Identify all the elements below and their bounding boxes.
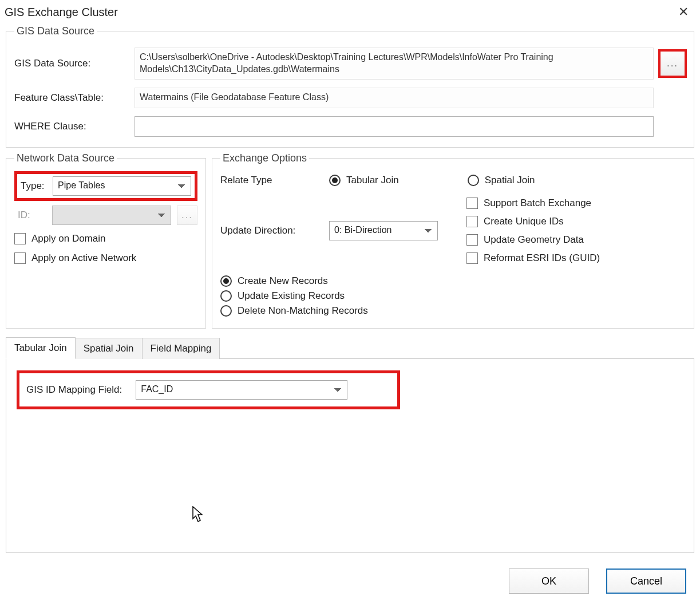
tab-tabular-join[interactable]: Tabular Join <box>6 337 76 359</box>
gis-data-source-value[interactable]: C:\Users\solberk\OneDrive - Autodesk\Des… <box>135 48 654 80</box>
create-unique-ids-label: Create Unique IDs <box>484 216 564 227</box>
where-clause-input[interactable] <box>135 116 654 137</box>
exchange-options-legend: Exchange Options <box>220 152 309 164</box>
update-existing-records-label: Update Existing Records <box>238 290 345 302</box>
titlebar: GIS Exchange Cluster ✕ <box>0 0 700 21</box>
update-direction-select[interactable]: 0: Bi-Direction <box>329 221 438 240</box>
radio-icon <box>220 305 232 317</box>
delete-nonmatching-records-option[interactable]: Delete Non-Matching Records <box>220 305 461 317</box>
gis-data-source-label: GIS Data Source: <box>14 58 129 69</box>
where-clause-label: WHERE Clause: <box>14 121 129 132</box>
tab-field-mapping[interactable]: Field Mapping <box>143 338 220 359</box>
create-new-records-option[interactable]: Create New Records <box>220 275 461 287</box>
relate-tabular-option[interactable]: Tabular Join <box>329 175 399 186</box>
tabular-join-panel: GIS ID Mapping Field: FAC_ID <box>6 358 694 553</box>
delete-nonmatching-records-label: Delete Non-Matching Records <box>238 305 368 317</box>
dialog-window: GIS Exchange Cluster ✕ GIS Data Source G… <box>0 0 700 604</box>
network-data-source-group: Network Data Source Type: Pipe Tables ID… <box>6 152 206 329</box>
support-batch-label: Support Batch Exchange <box>484 198 591 209</box>
tabs-strip: Tabular Join Spatial Join Field Mapping <box>6 337 694 358</box>
radio-icon <box>329 175 341 186</box>
ellipsis-icon: ... <box>667 58 678 69</box>
apply-domain-label: Apply on Domain <box>31 233 105 244</box>
id-label: ID: <box>18 210 46 221</box>
network-data-source-legend: Network Data Source <box>14 152 117 164</box>
gis-data-source-legend: GIS Data Source <box>14 25 97 37</box>
relate-type-label: Relate Type <box>220 175 323 186</box>
tab-spatial-join[interactable]: Spatial Join <box>76 338 143 359</box>
apply-active-network-label: Apply on Active Network <box>31 252 136 264</box>
content-area: GIS Data Source GIS Data Source: C:\User… <box>0 21 700 553</box>
browse-id-button: ... <box>177 206 197 225</box>
create-unique-ids-checkbox[interactable] <box>466 216 478 227</box>
exchange-options-group: Exchange Options Relate Type Tabular Joi… <box>212 152 694 329</box>
feature-class-label: Feature Class\Table: <box>14 92 129 104</box>
radio-icon <box>220 275 232 287</box>
type-label: Type: <box>21 180 47 192</box>
reformat-esri-checkbox[interactable] <box>466 252 478 264</box>
browse-gis-source-button[interactable]: ... <box>659 50 686 77</box>
apply-active-network-checkbox[interactable] <box>14 252 26 264</box>
radio-icon <box>468 175 479 186</box>
support-batch-checkbox[interactable] <box>466 198 478 209</box>
apply-domain-checkbox[interactable] <box>14 233 26 244</box>
relate-spatial-label: Spatial Join <box>485 175 535 186</box>
type-highlight: Type: Pipe Tables <box>14 171 197 201</box>
ellipsis-icon: ... <box>181 210 193 221</box>
window-title: GIS Exchange Cluster <box>5 6 118 19</box>
gis-id-mapping-select[interactable]: FAC_ID <box>136 380 347 400</box>
reformat-esri-label: Reformat ESRI IDs (GUID) <box>484 252 600 264</box>
create-new-records-label: Create New Records <box>238 275 328 287</box>
ok-button[interactable]: OK <box>509 569 589 594</box>
feature-class-value[interactable]: Watermains (File Geodatabase Feature Cla… <box>135 88 654 108</box>
update-geometry-label: Update Geometry Data <box>484 234 584 246</box>
cancel-button[interactable]: Cancel <box>606 569 686 594</box>
update-existing-records-option[interactable]: Update Existing Records <box>220 290 461 302</box>
id-select <box>52 206 171 225</box>
close-icon[interactable]: ✕ <box>673 3 694 21</box>
update-direction-label: Update Direction: <box>220 225 323 236</box>
gis-id-mapping-highlight: GIS ID Mapping Field: FAC_ID <box>17 370 400 409</box>
relate-tabular-label: Tabular Join <box>346 175 399 186</box>
dialog-footer: OK Cancel <box>509 569 686 594</box>
gis-id-mapping-label: GIS ID Mapping Field: <box>26 384 122 396</box>
relate-spatial-option[interactable]: Spatial Join <box>468 175 535 186</box>
type-select[interactable]: Pipe Tables <box>53 176 191 196</box>
radio-icon <box>220 290 232 302</box>
update-geometry-checkbox[interactable] <box>466 234 478 246</box>
gis-data-source-group: GIS Data Source GIS Data Source: C:\User… <box>6 25 694 148</box>
